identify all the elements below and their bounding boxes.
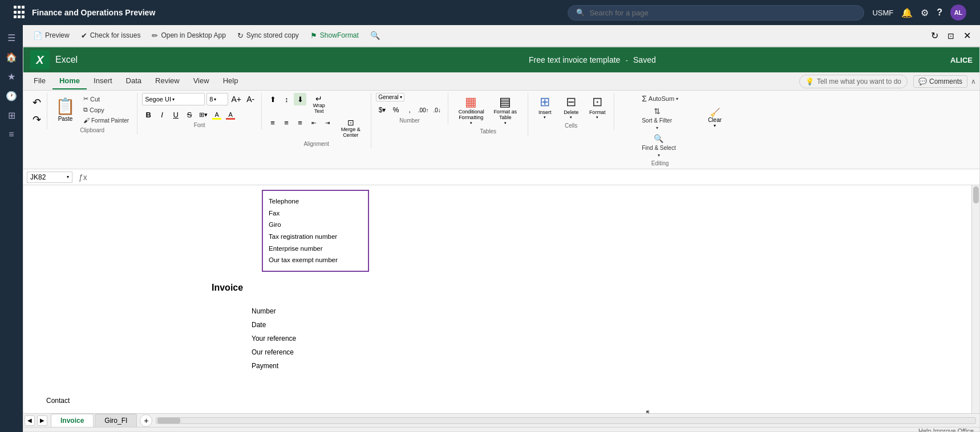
cut-btn[interactable]: ✂ Cut bbox=[81, 94, 131, 104]
close-btn[interactable]: ✕ bbox=[960, 28, 974, 43]
font-name-select[interactable]: Segoe UI ▾ bbox=[142, 93, 205, 105]
clear-btn[interactable]: 🧹 Clear ▾ bbox=[706, 105, 724, 131]
decimal-inc-btn[interactable]: .00↑ bbox=[417, 104, 430, 116]
sidebar-list-icon[interactable]: ≡ bbox=[3, 127, 19, 142]
decrease-font-btn[interactable]: A- bbox=[244, 93, 257, 105]
undo-btn[interactable]: ↶ bbox=[30, 95, 43, 110]
sidebar-menu-icon[interactable]: ☰ bbox=[3, 30, 19, 46]
font-color-btn[interactable]: A bbox=[224, 108, 237, 121]
conditional-formatting-btn[interactable]: ▦ Conditional Formatting ▾ bbox=[455, 93, 487, 127]
search-cmd-icon[interactable]: 🔍 bbox=[366, 25, 384, 47]
search-bar[interactable]: 🔍 bbox=[568, 5, 864, 21]
font-size-select[interactable]: 8 ▾ bbox=[206, 93, 228, 105]
clear-label: Clear bbox=[708, 117, 722, 123]
top-nav-bar: Finance and Operations Preview 🔍 USMF 🔔 … bbox=[0, 0, 980, 25]
increase-font-btn[interactable]: A+ bbox=[230, 93, 242, 105]
sheet-tab-giro[interactable]: Giro_FI bbox=[95, 414, 137, 427]
align-middle-btn[interactable]: ↕ bbox=[280, 93, 293, 105]
dropdown-icon7: ▾ bbox=[570, 115, 572, 120]
formula-input[interactable] bbox=[91, 172, 976, 182]
sheet-tab-invoice[interactable]: Invoice bbox=[51, 414, 94, 427]
align-right-btn[interactable]: ≡ bbox=[294, 117, 306, 129]
border-btn[interactable]: ⊞▾ bbox=[197, 108, 209, 121]
scroll-thumb-v[interactable] bbox=[973, 186, 979, 203]
tell-me-box[interactable]: 💡 Tell me what you want to do bbox=[799, 75, 908, 88]
format-painter-btn[interactable]: 🖌 Format Painter bbox=[81, 116, 131, 125]
indent-dec-btn[interactable]: ⇤ bbox=[307, 117, 320, 129]
cell-ref-dropdown[interactable]: ▾ bbox=[67, 174, 69, 180]
comma-btn[interactable]: , bbox=[403, 104, 416, 116]
bold-btn[interactable]: B bbox=[142, 108, 155, 121]
align-center-btn[interactable]: ≡ bbox=[280, 117, 293, 129]
bottom-bar: ◀ ▶ Invoice Giro_FI + bbox=[23, 413, 979, 427]
wrap-text-btn[interactable]: ↵ Wrap Text bbox=[307, 93, 330, 116]
percent-btn[interactable]: % bbox=[390, 104, 402, 116]
app-grid-icon[interactable] bbox=[14, 6, 26, 19]
scroll-thumb-h[interactable] bbox=[157, 418, 180, 423]
horizontal-scrollbar[interactable] bbox=[156, 417, 976, 424]
settings-icon[interactable]: ⚙ bbox=[921, 7, 929, 18]
comments-btn[interactable]: 💬 Comments bbox=[913, 75, 967, 88]
strikethrough-btn[interactable]: S bbox=[183, 108, 196, 121]
search-icon: 🔍 bbox=[576, 9, 585, 17]
open-desktop-btn[interactable]: ✏ Open in Desktop App bbox=[147, 25, 230, 47]
tab-view[interactable]: View bbox=[187, 73, 216, 89]
paste-btn[interactable]: 📋 Paste bbox=[52, 96, 79, 123]
align-bottom-btn[interactable]: ⬇ bbox=[294, 93, 306, 105]
redo-btn[interactable]: ↷ bbox=[30, 112, 43, 127]
vertical-scrollbar[interactable] bbox=[971, 185, 979, 413]
help-improve-label: Help Improve Office bbox=[918, 427, 974, 431]
format-cells-btn[interactable]: ⊡ Format ▾ bbox=[585, 93, 609, 121]
ribbon-collapse-btn[interactable]: ∧ bbox=[971, 78, 976, 85]
merge-center-btn[interactable]: ⊡ Merge & Center bbox=[335, 117, 366, 140]
highlight-color-btn[interactable]: A bbox=[210, 108, 223, 121]
tab-insert[interactable]: Insert bbox=[87, 73, 119, 89]
show-format-btn[interactable]: ⚑ ShowFormat bbox=[306, 25, 363, 47]
sigma-icon: Σ bbox=[642, 94, 647, 103]
autosum-btn[interactable]: Σ AutoSum ▾ bbox=[639, 93, 681, 104]
cell-reference-box[interactable]: JK82 ▾ bbox=[27, 172, 72, 183]
sidebar-star-icon[interactable]: ★ bbox=[3, 68, 19, 84]
underline-btn[interactable]: U bbox=[169, 108, 182, 121]
currency-btn[interactable]: $▾ bbox=[376, 104, 388, 116]
avatar[interactable]: AL bbox=[950, 5, 966, 21]
help-icon[interactable]: ? bbox=[937, 7, 942, 18]
decimal-dec-btn[interactable]: .0↓ bbox=[431, 104, 443, 116]
delete-cells-btn[interactable]: ⊟ Delete ▾ bbox=[559, 93, 583, 121]
search-input[interactable] bbox=[589, 9, 856, 17]
italic-btn[interactable]: I bbox=[156, 108, 168, 121]
check-issues-btn[interactable]: ✔ Check for issues bbox=[76, 25, 145, 47]
align-left-btn[interactable]: ≡ bbox=[266, 117, 279, 129]
notification-icon[interactable]: 🔔 bbox=[901, 7, 913, 18]
sheet-nav-prev[interactable]: ◀ bbox=[25, 415, 35, 426]
open-desktop-label: Open in Desktop App bbox=[161, 31, 225, 39]
tab-file[interactable]: File bbox=[27, 73, 52, 89]
indent-inc-btn[interactable]: ⇥ bbox=[321, 117, 334, 129]
sidebar-clock-icon[interactable]: 🕐 bbox=[3, 88, 19, 104]
sidebar-grid-icon[interactable]: ⊞ bbox=[3, 107, 19, 123]
copy-btn[interactable]: ⧉ Copy bbox=[81, 105, 131, 115]
sheet-nav-next[interactable]: ▶ bbox=[37, 415, 47, 426]
sync-btn[interactable]: ↻ Sync stored copy bbox=[233, 25, 303, 47]
wrap-icon: ↵ bbox=[315, 94, 322, 103]
sort-filter-btn[interactable]: ⇅ Sort & Filter ▾ bbox=[639, 105, 675, 132]
sidebar-home-icon[interactable]: 🏠 bbox=[3, 49, 19, 65]
format-as-table-btn[interactable]: ▤ Format as Table ▾ bbox=[489, 93, 521, 127]
sheet-content[interactable]: Telephone Fax Giro Tax registration numb… bbox=[23, 185, 979, 413]
number-format-select[interactable]: General ▾ bbox=[376, 93, 404, 101]
insert-cells-btn[interactable]: ⊞ Insert ▾ bbox=[533, 93, 557, 121]
editing-group: Σ AutoSum ▾ ⇅ Sort & Filter ▾ bbox=[614, 93, 706, 168]
tab-home[interactable]: Home bbox=[52, 73, 87, 89]
field-number: Number bbox=[252, 304, 957, 318]
find-select-btn[interactable]: 🔍 Find & Select ▾ bbox=[639, 133, 678, 159]
align-top-btn[interactable]: ⬆ bbox=[266, 93, 279, 105]
preview-btn[interactable]: 📄 Preview bbox=[29, 25, 74, 47]
tab-help[interactable]: Help bbox=[216, 73, 245, 89]
restore-btn[interactable]: ⊡ bbox=[944, 29, 958, 43]
formula-bar: JK82 ▾ ƒx bbox=[23, 169, 979, 185]
tab-review[interactable]: Review bbox=[148, 73, 187, 89]
minimize-btn[interactable]: ↻ bbox=[928, 28, 942, 43]
left-sidebar: ☰ 🏠 ★ 🕐 ⊞ ≡ bbox=[0, 25, 23, 432]
tab-data[interactable]: Data bbox=[119, 73, 148, 89]
add-sheet-btn[interactable]: + bbox=[140, 414, 152, 427]
